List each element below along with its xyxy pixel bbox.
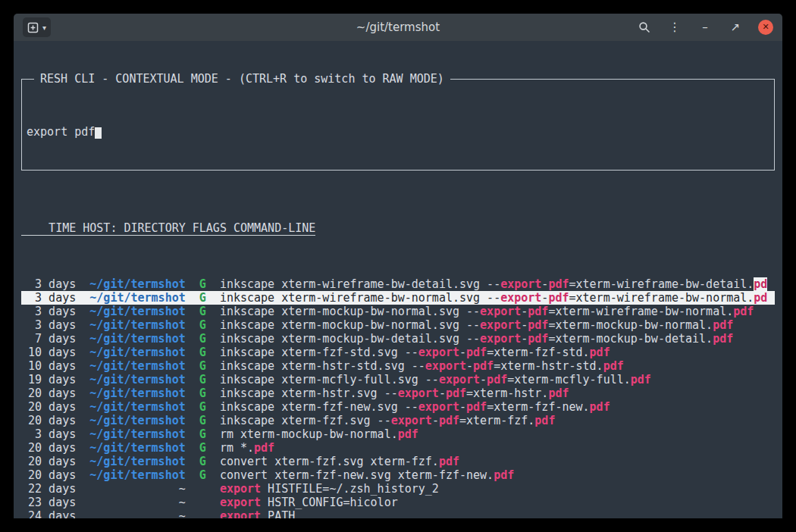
flag-cell: G [199,414,206,427]
flag-pad [186,277,199,291]
match-highlight: pdf [494,468,514,482]
command-pad [206,509,220,518]
menu-button[interactable]: ⋮ [667,19,682,36]
command-segment: =xterm-hstr-std. [494,359,603,373]
command-pad [206,346,220,359]
flag-cell: G [199,305,206,318]
time-cell: 24 days [21,509,76,518]
new-tab-button[interactable]: ▾ [23,17,51,37]
host-pad [76,318,89,332]
command-pad [206,482,220,496]
time-cell: 7 days [21,332,76,346]
command-segment: inkscape xterm-mockup-bw-normal.svg -- [220,305,480,318]
flag-cell: G [199,455,206,468]
match-highlight: pdf [528,305,548,318]
history-row[interactable]: 20 days ~/git/termshot G rm *.pdf [21,441,775,455]
time-cell: 10 days [21,346,76,359]
host-pad [76,359,89,373]
history-row[interactable]: 22 days ~ export HISTFILE=~/.zsh_history… [21,482,775,496]
flag-cell: G [199,291,206,305]
host-cell: ~ [179,509,186,518]
search-query-text: export pdf [27,125,95,139]
command-segment: - [459,400,466,414]
search-input[interactable]: export pdf [27,125,769,139]
match-highlight: export [500,277,541,291]
host-pad [76,386,89,400]
command-segment: HSTR_CONFIG=hicolor [261,496,398,509]
history-row[interactable]: 23 days ~ export HSTR_CONFIG=hicolor [21,496,775,509]
flag-cell: G [199,441,206,455]
command-pad [206,359,220,373]
new-tab-icon [27,22,39,33]
host-cell: ~/git/termshot [89,332,185,346]
time-cell: 3 days [21,427,76,441]
match-highlight: pdf [446,386,466,400]
host-cell: ~/git/termshot [89,455,185,468]
command-segment: =xterm-fzf-std. [487,346,589,359]
history-row[interactable]: 7 days ~/git/termshot G inkscape xterm-m… [21,332,775,346]
host-cell: ~/git/termshot [89,359,185,373]
match-highlight: pdf [733,305,754,318]
flag-pad [186,305,199,318]
flag-cell [199,482,206,496]
command-segment: - [480,373,487,386]
flag-pad [186,509,199,518]
match-highlight: export [220,509,261,518]
flag-cell: G [199,359,206,373]
match-highlight: pdf [590,346,610,359]
history-row[interactable]: 20 days ~/git/termshot G inkscape xterm-… [21,400,775,414]
flag-pad [186,427,199,441]
history-header-text: TIME HOST: DIRECTORY FLAGS COMMAND-LINE [21,221,315,236]
match-highlight: export [418,400,459,414]
history-row[interactable]: 19 days ~/git/termshot G inkscape xterm-… [21,373,775,386]
command-segment: =xterm-mockup-bw-detail. [548,332,713,346]
history-row[interactable]: 10 days ~/git/termshot G inkscape xterm-… [21,346,775,359]
command-segment: =xterm-fzf-new. [487,400,589,414]
command-segment: =xterm-mcfly-full. [507,373,631,386]
match-highlight: pdf [487,373,507,386]
flag-cell: G [199,427,206,441]
history-row[interactable]: 20 days ~/git/termshot G convert xterm-f… [21,455,775,468]
command-pad [206,386,220,400]
minimize-button[interactable]: – [697,19,713,36]
history-row[interactable]: 3 days ~/git/termshot G inkscape xterm-w… [21,291,775,305]
flag-pad [186,455,199,468]
kebab-menu-icon: ⋮ [669,20,681,35]
host-pad [76,414,89,427]
host-pad [76,277,89,291]
match-highlight: pdf [466,346,487,359]
history-row[interactable]: 3 days ~/git/termshot G inkscape xterm-m… [21,318,775,332]
flag-cell: G [199,373,206,386]
command-pad [206,332,220,346]
command-segment: =xterm-wireframe-bw-normal. [548,305,733,318]
host-pad [76,373,89,386]
host-pad [76,455,89,468]
host-pad [76,346,89,359]
history-row[interactable]: 20 days ~/git/termshot G convert xterm-f… [21,468,775,482]
match-highlight: pdf [254,441,274,455]
history-row[interactable]: 3 days ~/git/termshot G rm xterm-mockup-… [21,427,775,441]
host-pad [76,468,89,482]
command-pad [206,468,220,482]
command-segment: PATH [261,509,295,518]
match-highlight: export [480,332,521,346]
history-row[interactable]: 10 days ~/git/termshot G inkscape xterm-… [21,359,775,373]
command-segment: - [521,332,528,346]
host-pad [76,441,89,455]
command-segment: inkscape xterm-fzf-std.svg -- [220,346,418,359]
titlebar[interactable]: ▾ ~/git/termshot ⋮ – ↗ ✕ [14,14,782,41]
history-row[interactable]: 20 days ~/git/termshot G inkscape xterm-… [21,414,775,427]
close-button[interactable]: ✕ [758,20,773,35]
match-highlight: export [480,318,521,332]
restore-button[interactable]: ↗ [728,19,743,36]
history-row[interactable]: 20 days ~/git/termshot G inkscape xterm-… [21,386,775,400]
history-row[interactable]: 24 days ~ export PATH [21,509,775,518]
flag-pad [186,400,199,414]
command-segment: inkscape xterm-wireframe-bw-normal.svg -… [220,291,500,305]
search-button[interactable] [637,19,652,36]
history-row[interactable]: 3 days ~/git/termshot G inkscape xterm-m… [21,305,775,318]
host-pad [76,509,178,518]
command-segment: inkscape xterm-fzf.svg -- [220,414,391,427]
terminal-content: RESH CLI - CONTEXTUAL MODE - (CTRL+R to … [14,41,782,518]
history-row[interactable]: 3 days ~/git/termshot G inkscape xterm-w… [21,277,775,291]
